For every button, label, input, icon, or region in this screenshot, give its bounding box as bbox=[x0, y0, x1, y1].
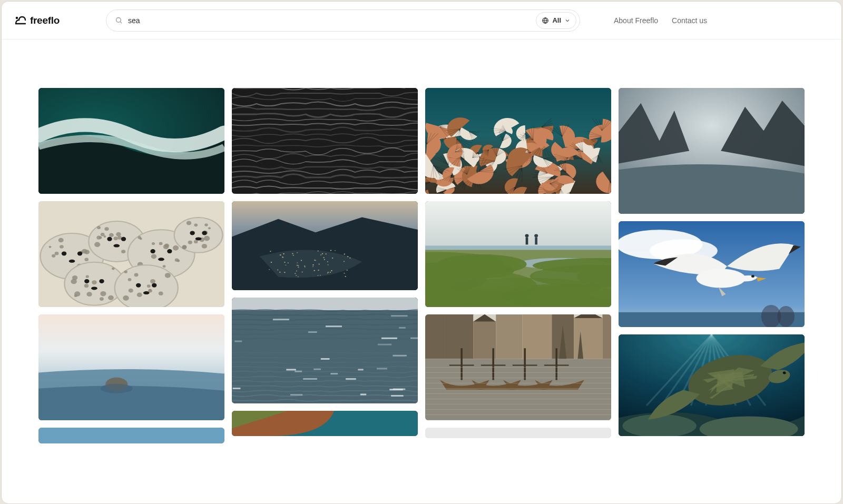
svg-point-43 bbox=[177, 260, 180, 262]
svg-point-160 bbox=[319, 264, 320, 265]
svg-point-37 bbox=[107, 237, 112, 241]
image-tile-partial-blue[interactable] bbox=[38, 428, 224, 443]
image-tile-pastel-seal-floating[interactable] bbox=[38, 314, 224, 420]
svg-point-9 bbox=[52, 254, 55, 258]
svg-rect-734 bbox=[496, 314, 522, 359]
image-tile-harbour-old-town[interactable] bbox=[425, 314, 611, 420]
svg-rect-201 bbox=[308, 331, 317, 333]
svg-point-154 bbox=[296, 275, 297, 276]
svg-point-96 bbox=[137, 292, 142, 297]
svg-point-168 bbox=[282, 257, 283, 258]
svg-rect-199 bbox=[321, 358, 330, 360]
svg-point-36 bbox=[96, 236, 101, 240]
svg-point-33 bbox=[94, 242, 100, 247]
svg-point-136 bbox=[269, 269, 270, 270]
image-tile-seashells-underwater[interactable] bbox=[425, 88, 611, 194]
svg-point-780 bbox=[777, 306, 795, 327]
svg-point-80 bbox=[108, 295, 114, 300]
svg-rect-196 bbox=[360, 393, 366, 395]
svg-point-21 bbox=[77, 251, 82, 255]
svg-point-149 bbox=[279, 272, 280, 273]
nav-about[interactable]: About Freeflo bbox=[614, 16, 658, 25]
svg-point-724 bbox=[525, 234, 528, 237]
svg-point-144 bbox=[298, 265, 299, 266]
svg-point-174 bbox=[345, 276, 346, 277]
image-tile-misty-sea-cliffs[interactable] bbox=[619, 88, 805, 214]
image-tile-mossy-tidal-flats[interactable] bbox=[425, 201, 611, 307]
svg-rect-186 bbox=[233, 388, 241, 389]
header-nav: About Freeflo Contact us bbox=[614, 16, 707, 25]
svg-point-103 bbox=[165, 273, 171, 278]
svg-point-82 bbox=[92, 280, 96, 284]
svg-point-119 bbox=[331, 270, 332, 271]
image-tile-open-ocean-grey[interactable] bbox=[232, 298, 418, 403]
svg-point-94 bbox=[124, 271, 127, 273]
search-input[interactable] bbox=[128, 16, 531, 25]
svg-rect-730 bbox=[445, 314, 473, 359]
svg-point-726 bbox=[534, 234, 538, 237]
svg-point-132 bbox=[347, 256, 348, 257]
svg-point-44 bbox=[163, 265, 166, 268]
svg-point-163 bbox=[296, 271, 297, 272]
svg-point-110 bbox=[101, 384, 133, 393]
search-scope-filter[interactable]: All bbox=[536, 12, 576, 29]
svg-point-145 bbox=[280, 254, 281, 255]
image-tile-sea-turtle-reef[interactable] bbox=[619, 334, 805, 436]
svg-point-53 bbox=[159, 242, 163, 245]
svg-point-83 bbox=[100, 291, 106, 297]
svg-rect-746 bbox=[425, 359, 611, 420]
svg-point-118 bbox=[347, 270, 348, 271]
svg-rect-772 bbox=[619, 88, 805, 214]
nav-contact[interactable]: Contact us bbox=[672, 16, 707, 25]
svg-point-143 bbox=[320, 254, 321, 255]
svg-rect-723 bbox=[526, 237, 528, 244]
svg-point-56 bbox=[158, 258, 164, 261]
svg-point-101 bbox=[128, 278, 132, 281]
search-scope-label: All bbox=[552, 16, 561, 24]
svg-point-79 bbox=[100, 297, 104, 301]
freeflo-mark-icon bbox=[14, 15, 27, 26]
svg-point-142 bbox=[312, 264, 313, 265]
image-tile-seagull-flying[interactable] bbox=[619, 221, 805, 327]
svg-point-63 bbox=[194, 240, 198, 243]
svg-point-61 bbox=[194, 223, 198, 226]
svg-point-34 bbox=[116, 232, 121, 236]
svg-point-68 bbox=[187, 221, 191, 225]
svg-point-76 bbox=[86, 275, 89, 278]
svg-point-65 bbox=[182, 245, 187, 250]
svg-point-720 bbox=[450, 263, 514, 279]
svg-point-13 bbox=[58, 238, 64, 243]
brand-logo[interactable]: freeflo bbox=[14, 15, 93, 26]
gallery-column bbox=[425, 88, 611, 443]
svg-point-32 bbox=[97, 226, 101, 229]
image-tile-coastal-peninsula[interactable] bbox=[232, 201, 418, 290]
image-tile-seals-group[interactable] bbox=[38, 201, 224, 307]
svg-point-31 bbox=[104, 227, 109, 231]
svg-point-67 bbox=[204, 223, 208, 226]
image-tile-partial-red-coast[interactable] bbox=[232, 411, 418, 436]
page-scroll[interactable]: freeflo All bbox=[2, 2, 841, 503]
svg-point-18 bbox=[82, 249, 87, 254]
svg-point-140 bbox=[317, 275, 318, 276]
svg-point-169 bbox=[288, 262, 289, 263]
svg-point-0 bbox=[16, 16, 18, 18]
image-tile-aerial-waves-rocks[interactable] bbox=[38, 88, 224, 194]
svg-rect-740 bbox=[574, 318, 602, 359]
search-bar: All bbox=[106, 9, 580, 32]
svg-point-71 bbox=[190, 231, 194, 235]
search-icon bbox=[115, 16, 123, 24]
image-tile-partial-white[interactable] bbox=[425, 428, 611, 438]
svg-point-123 bbox=[314, 270, 315, 271]
svg-rect-194 bbox=[377, 368, 387, 369]
image-tile-bw-ocean-texture[interactable] bbox=[232, 88, 418, 194]
svg-point-30 bbox=[103, 235, 106, 238]
svg-point-60 bbox=[188, 241, 192, 244]
svg-point-158 bbox=[330, 250, 331, 251]
svg-point-141 bbox=[323, 257, 324, 258]
svg-point-157 bbox=[298, 276, 299, 278]
svg-rect-187 bbox=[313, 369, 321, 370]
svg-point-120 bbox=[285, 265, 286, 266]
svg-point-129 bbox=[324, 259, 325, 260]
svg-point-121 bbox=[327, 264, 328, 265]
svg-rect-200 bbox=[389, 389, 403, 390]
